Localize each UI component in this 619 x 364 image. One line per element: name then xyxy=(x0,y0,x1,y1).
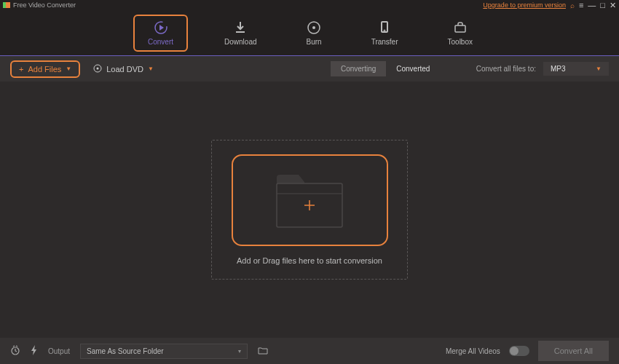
lightning-icon[interactable] xyxy=(31,345,38,357)
download-icon xyxy=(233,20,248,35)
nav-toolbox[interactable]: Toolbox xyxy=(435,16,486,50)
output-value: Same As Source Folder xyxy=(87,347,164,355)
format-select[interactable]: MP3 ▼ xyxy=(543,62,609,76)
merge-label: Merge All Videos xyxy=(446,347,500,355)
output-folder-select[interactable]: Same As Source Folder ▾ xyxy=(80,344,248,359)
dropzone-text: Add or Drag files here to start conversi… xyxy=(237,256,382,265)
menu-icon[interactable]: ≡ xyxy=(579,1,583,10)
add-files-label: Add Files xyxy=(28,65,61,74)
chevron-down-icon: ▼ xyxy=(596,66,602,72)
chevron-down-icon: ▾ xyxy=(238,348,241,355)
footer: Output Same As Source Folder ▾ Merge All… xyxy=(0,338,619,364)
convert-all-label: Convert all files to: xyxy=(476,65,536,73)
svg-rect-4 xyxy=(236,31,245,33)
convert-icon xyxy=(154,20,168,35)
tab-converted[interactable]: Converted xyxy=(386,61,440,76)
close-icon[interactable]: ✕ xyxy=(610,1,616,10)
tab-converting[interactable]: Converting xyxy=(331,61,386,76)
transfer-icon xyxy=(377,20,392,35)
svg-marker-3 xyxy=(159,25,164,31)
add-files-button[interactable]: + Add Files ▼ xyxy=(10,60,80,78)
clock-icon[interactable] xyxy=(10,345,20,357)
burn-icon xyxy=(307,20,321,35)
toolbox-icon xyxy=(453,20,468,35)
load-dvd-label: Load DVD xyxy=(106,65,143,74)
nav-label: Burn xyxy=(307,38,322,46)
svg-rect-1 xyxy=(6,2,10,8)
app-title: Free Video Converter xyxy=(13,1,76,9)
svg-rect-9 xyxy=(455,25,465,32)
upgrade-link[interactable]: Upgrade to premium version xyxy=(483,1,566,9)
nav-transfer[interactable]: Transfer xyxy=(358,16,411,50)
svg-point-11 xyxy=(97,67,99,69)
svg-point-8 xyxy=(385,30,385,31)
plus-icon: + xyxy=(19,65,23,74)
folder-add-box[interactable] xyxy=(232,154,388,246)
svg-rect-0 xyxy=(3,2,6,8)
convert-all-button[interactable]: Convert All xyxy=(538,341,609,361)
format-value: MP3 xyxy=(551,65,566,73)
titlebar: Free Video Converter Upgrade to premium … xyxy=(0,0,619,10)
dropzone[interactable]: Add or Drag files here to start conversi… xyxy=(211,140,408,280)
merge-toggle[interactable] xyxy=(509,346,529,356)
maximize-icon[interactable]: □ xyxy=(600,1,605,10)
top-nav: Convert Download Burn Transfer Toolbox xyxy=(0,10,619,55)
status-tabs: Converting Converted xyxy=(331,61,441,76)
disc-icon xyxy=(93,64,102,74)
nav-convert[interactable]: Convert xyxy=(133,15,188,52)
toolbar: + Add Files ▼ Load DVD ▼ Converting Conv… xyxy=(0,55,619,82)
nav-label: Toolbox xyxy=(448,38,473,46)
nav-label: Download xyxy=(224,38,256,46)
nav-download[interactable]: Download xyxy=(211,16,269,50)
nav-label: Convert xyxy=(148,38,173,46)
folder-icon xyxy=(269,167,350,233)
svg-point-6 xyxy=(312,26,315,29)
open-folder-icon[interactable] xyxy=(258,346,268,356)
output-label: Output xyxy=(48,347,70,355)
chevron-down-icon: ▼ xyxy=(148,66,154,72)
nav-burn[interactable]: Burn xyxy=(293,16,335,50)
content-area: Add or Drag files here to start conversi… xyxy=(0,82,619,338)
app-logo-icon xyxy=(3,2,10,8)
load-dvd-button[interactable]: Load DVD ▼ xyxy=(93,64,154,74)
nav-label: Transfer xyxy=(371,38,398,46)
minimize-icon[interactable]: — xyxy=(588,1,596,10)
search-icon[interactable]: ⌕ xyxy=(570,1,575,9)
chevron-down-icon: ▼ xyxy=(66,66,71,72)
